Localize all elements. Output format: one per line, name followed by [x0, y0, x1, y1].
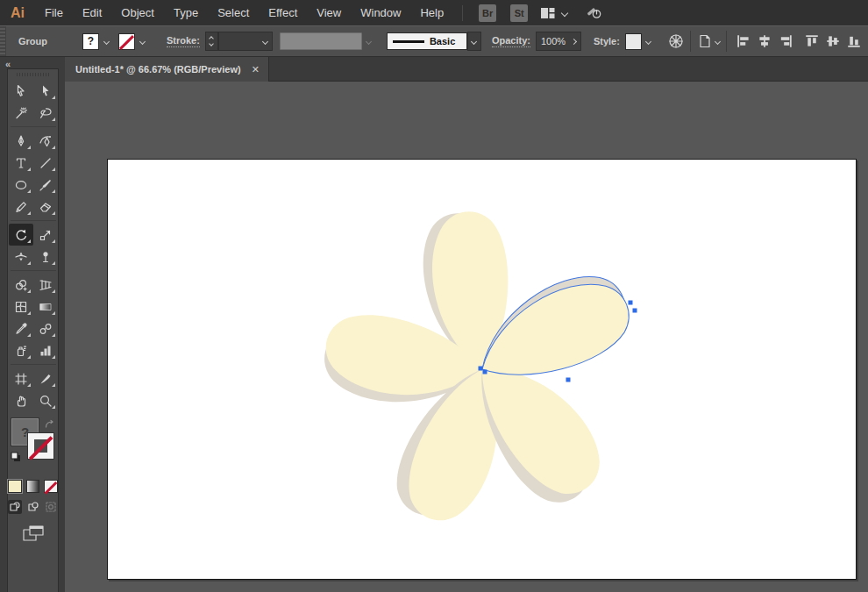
- magic-wand-tool[interactable]: [9, 102, 33, 124]
- eraser-icon: [39, 200, 53, 214]
- menu-file[interactable]: File: [35, 0, 73, 25]
- width-tool[interactable]: [9, 246, 33, 267]
- swap-arrow-icon: [44, 419, 55, 431]
- valign-bottom-button[interactable]: [843, 31, 864, 52]
- bridge-button[interactable]: Br: [479, 4, 496, 22]
- opacity-combo[interactable]: 100%: [536, 32, 581, 51]
- opacity-label[interactable]: Opacity:: [492, 35, 530, 47]
- artboard-tool[interactable]: [9, 367, 33, 389]
- chevron-down-icon: [210, 41, 215, 46]
- align-center-button[interactable]: [754, 31, 775, 52]
- style-dropdown[interactable]: [642, 33, 656, 50]
- chevron-down-icon: [561, 9, 568, 16]
- selection-tool[interactable]: [9, 80, 33, 102]
- paintbrush-tool[interactable]: [33, 174, 58, 196]
- slice-tool[interactable]: [33, 367, 58, 389]
- menu-object[interactable]: Object: [111, 0, 164, 25]
- shape-builder-tool[interactable]: [9, 274, 33, 296]
- menu-view[interactable]: View: [307, 0, 351, 25]
- valign-middle-icon: [825, 33, 841, 49]
- ellipse-tool[interactable]: [9, 174, 33, 196]
- magic-wand-icon: [14, 106, 28, 120]
- menu-effect[interactable]: Effect: [259, 0, 307, 25]
- collapse-panel-button[interactable]: «: [0, 57, 65, 69]
- rotate-icon: [14, 228, 28, 242]
- swap-fill-stroke-button[interactable]: [44, 418, 55, 434]
- align-left-button[interactable]: [733, 31, 754, 52]
- pencil-tool[interactable]: [9, 196, 33, 218]
- symbol-sprayer-tool[interactable]: [9, 339, 33, 361]
- close-tab-button[interactable]: ✕: [252, 64, 260, 75]
- perspective-grid-tool[interactable]: [33, 274, 58, 296]
- bar-chart-icon: [39, 344, 53, 358]
- hand-tool[interactable]: [9, 389, 33, 411]
- puppet-warp-tool[interactable]: [33, 246, 58, 267]
- color-swatch-button[interactable]: [8, 480, 22, 493]
- mesh-tool[interactable]: [9, 296, 33, 317]
- brush-name: Basic: [430, 36, 455, 46]
- menu-type[interactable]: Type: [164, 0, 208, 25]
- paintbrush-icon: [39, 178, 53, 192]
- pen-tool[interactable]: [9, 130, 33, 152]
- menu-help[interactable]: Help: [410, 0, 453, 25]
- curvature-tool[interactable]: [33, 130, 58, 152]
- stroke-none-swatch[interactable]: [118, 33, 135, 50]
- stock-button[interactable]: St: [510, 4, 528, 22]
- scale-icon: [39, 228, 53, 242]
- draw-behind-button[interactable]: [26, 500, 40, 514]
- blend-tool[interactable]: [33, 317, 58, 339]
- type-icon: [14, 156, 28, 170]
- controlbar-grip[interactable]: [0, 26, 6, 56]
- stroke-indicator[interactable]: [27, 432, 54, 460]
- gradient-tool[interactable]: [33, 296, 58, 317]
- eraser-tool[interactable]: [33, 196, 58, 218]
- change-screen-mode-button[interactable]: [8, 524, 58, 544]
- stroke-label[interactable]: Stroke:: [167, 35, 200, 47]
- none-swatch-button[interactable]: [44, 480, 58, 493]
- stroke-width-combo[interactable]: [218, 32, 273, 51]
- menu-window[interactable]: Window: [351, 0, 410, 25]
- brush-dropdown[interactable]: [467, 32, 481, 51]
- share-screen-button[interactable]: [585, 5, 602, 21]
- paint-style-buttons: [8, 480, 58, 493]
- direct-selection-tool[interactable]: [33, 80, 58, 102]
- panel-grip[interactable]: [17, 71, 49, 77]
- default-fill-stroke-button[interactable]: [10, 451, 22, 467]
- stroke-width-stepper[interactable]: [205, 32, 218, 51]
- zoom-tool[interactable]: [33, 389, 58, 411]
- style-swatch[interactable]: [625, 33, 642, 50]
- lasso-tool[interactable]: [33, 102, 58, 124]
- gradient-swatch-button[interactable]: [26, 480, 40, 493]
- flower-artwork[interactable]: [65, 82, 868, 592]
- valign-bottom-icon: [846, 33, 862, 49]
- column-graph-tool[interactable]: [33, 339, 58, 361]
- scale-tool[interactable]: [33, 224, 58, 246]
- align-right-button[interactable]: [775, 31, 796, 52]
- menu-edit[interactable]: Edit: [73, 0, 111, 25]
- chevron-down-icon: [366, 38, 372, 44]
- drawing-mode-buttons: [8, 500, 58, 514]
- app-logo: Ai: [0, 5, 35, 21]
- workspace-switcher-icon: [540, 6, 556, 20]
- magnifier-icon: [39, 394, 53, 408]
- draw-normal-button[interactable]: [8, 500, 22, 514]
- curvature-pen-icon: [39, 134, 53, 148]
- screen-mode-icon: [21, 524, 46, 544]
- brush-definition-combo[interactable]: Basic: [387, 32, 467, 50]
- isolate-object-button[interactable]: [697, 33, 720, 49]
- rotate-tool[interactable]: [9, 224, 33, 246]
- valign-top-button[interactable]: [801, 31, 822, 52]
- document-tab[interactable]: Untitled-1* @ 66.67% (RGB/Preview) ✕: [65, 57, 269, 82]
- fill-dropdown[interactable]: [99, 33, 113, 50]
- fill-stroke-indicator: ?: [8, 418, 58, 473]
- recolor-artwork-button[interactable]: [668, 33, 684, 49]
- canvas[interactable]: [65, 82, 868, 592]
- eyedropper-tool[interactable]: [9, 317, 33, 339]
- menu-select[interactable]: Select: [208, 0, 259, 25]
- type-tool[interactable]: [9, 152, 33, 174]
- workspace-switcher[interactable]: [540, 6, 567, 20]
- stroke-color-dropdown[interactable]: [135, 33, 149, 50]
- valign-middle-button[interactable]: [822, 31, 843, 52]
- line-segment-tool[interactable]: [33, 152, 58, 174]
- fill-swatch[interactable]: ?: [82, 33, 99, 50]
